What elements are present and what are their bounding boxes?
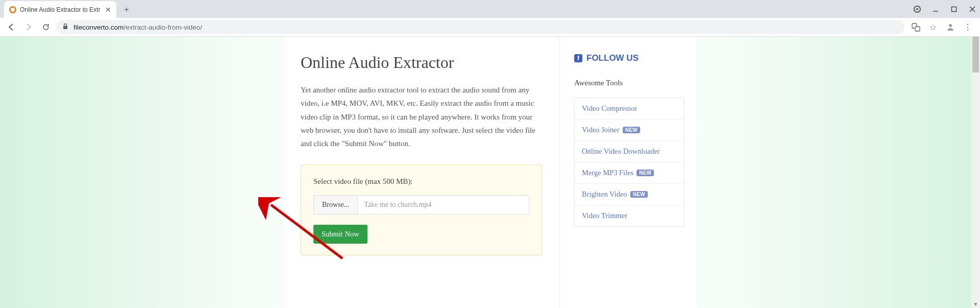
upload-label: Select video file (max 500 MB): [313, 177, 529, 186]
facebook-icon: f [574, 54, 582, 62]
submit-button[interactable]: Submit Now [313, 225, 368, 244]
lock-icon [62, 23, 68, 31]
toolbar-icons: ☆ ⋮ [908, 22, 976, 32]
menu-icon[interactable]: ⋮ [963, 22, 973, 32]
tool-link[interactable]: Merge MP3 Files [582, 169, 633, 177]
tool-link[interactable]: Brighten Video [582, 190, 627, 199]
page-title: Online Audio Extractor [301, 53, 542, 72]
tool-item[interactable]: Merge MP3 FilesNEW [575, 162, 684, 184]
forward-button[interactable] [21, 20, 36, 34]
new-badge: NEW [636, 170, 654, 176]
page-scrollbar[interactable]: ▲ ▼ [971, 37, 980, 308]
tools-list[interactable]: Video CompressorVideo JoinerNEWOnline Vi… [574, 98, 684, 227]
svg-rect-4 [63, 26, 67, 30]
tab-title: Online Audio Extractor to Extr [20, 6, 102, 13]
reload-button[interactable] [39, 20, 53, 34]
upload-box: Select video file (max 500 MB): Browse..… [301, 164, 542, 255]
selected-file-display[interactable]: Take me to church.mp4 [357, 195, 529, 215]
scroll-down-icon[interactable]: ▼ [973, 301, 978, 307]
new-tab-button[interactable]: + [119, 3, 134, 17]
tool-item[interactable]: Video Trimmer [575, 205, 684, 226]
tool-link[interactable]: Video Compressor [582, 104, 637, 113]
browser-toolbar: fileconverto.com/extract-audio-from-vide… [0, 18, 980, 37]
svg-rect-6 [915, 27, 920, 31]
minimize-icon[interactable] [931, 5, 940, 14]
profile-icon[interactable] [945, 22, 955, 32]
main-column: Online Audio Extractor Yet another onlin… [283, 37, 560, 308]
content-wrap: Online Audio Extractor Yet another onlin… [283, 37, 697, 308]
tool-item[interactable]: Video JoinerNEW [575, 120, 684, 141]
window-controls [913, 0, 977, 18]
tab-strip: Online Audio Extractor to Extr ✕ + [0, 0, 980, 18]
browse-button[interactable]: Browse... [313, 195, 357, 215]
tool-item[interactable]: Brighten VideoNEW [575, 184, 684, 205]
new-badge: NEW [623, 127, 640, 133]
sidebar: f FOLLOW US Awesome Tools Video Compress… [560, 37, 697, 308]
tool-item[interactable]: Video Compressor [575, 98, 684, 120]
window-close-icon[interactable] [968, 5, 977, 14]
address-bar[interactable]: fileconverto.com/extract-audio-from-vide… [56, 20, 904, 34]
tool-link[interactable]: Video Joiner [582, 126, 620, 134]
close-icon[interactable]: ✕ [105, 6, 111, 14]
back-button[interactable] [4, 20, 18, 34]
page-viewport: Online Audio Extractor Yet another onlin… [0, 37, 980, 308]
new-badge: NEW [630, 191, 648, 198]
page-description: Yet another online audio extractor tool … [301, 83, 542, 150]
account-icon[interactable] [913, 5, 922, 14]
tool-link[interactable]: Video Trimmer [582, 211, 627, 220]
tool-item[interactable]: Online Video Downloader [575, 141, 684, 162]
follow-label: FOLLOW US [586, 53, 639, 63]
translate-icon[interactable] [911, 22, 921, 32]
file-row: Browse... Take me to church.mp4 [313, 195, 529, 215]
maximize-icon[interactable] [949, 5, 959, 14]
svg-rect-1 [952, 7, 957, 11]
tool-link[interactable]: Online Video Downloader [582, 147, 660, 156]
tab-favicon-icon [9, 6, 16, 13]
svg-point-7 [949, 24, 952, 27]
tab-current[interactable]: Online Audio Extractor to Extr ✕ [4, 1, 116, 18]
url-text: fileconverto.com/extract-audio-from-vide… [74, 23, 202, 31]
scroll-thumb[interactable] [972, 37, 979, 73]
star-icon[interactable]: ☆ [928, 22, 938, 32]
tools-heading: Awesome Tools [574, 79, 684, 87]
follow-us-link[interactable]: f FOLLOW US [574, 53, 684, 63]
